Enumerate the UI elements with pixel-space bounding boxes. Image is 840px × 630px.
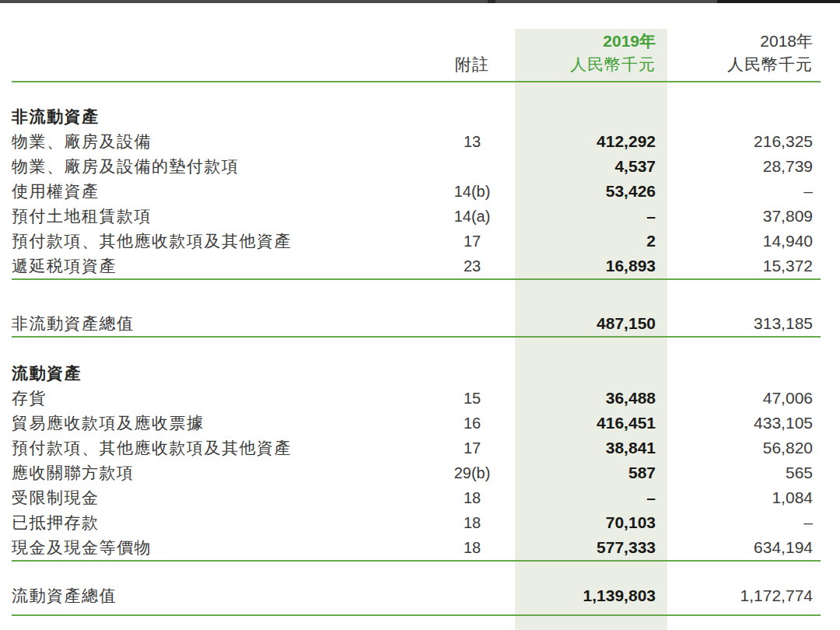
row-value-2019: 38,841 xyxy=(507,436,667,460)
table-row: 使用權資產 14(b) 53,426 – xyxy=(12,179,821,204)
header-2019-column: 2019年 人民幣千元 xyxy=(507,30,667,76)
row-label: 受限制現金 xyxy=(12,485,437,510)
row-value-2018: 433,105 xyxy=(667,411,821,436)
row-value-2019: 4,537 xyxy=(507,154,667,179)
total-value-2019: 487,150 xyxy=(507,311,667,336)
table-row: 應收關聯方款項 29(b) 587 565 xyxy=(12,460,821,485)
total-label: 非流動資產總值 xyxy=(12,311,437,336)
total-label: 流動資產總值 xyxy=(12,583,437,608)
row-value-2019: 412,292 xyxy=(507,129,667,154)
row-value-2019: 416,451 xyxy=(507,411,667,436)
total-value-2018: 1,172,774 xyxy=(667,583,821,608)
row-value-2019: 587 xyxy=(507,460,667,485)
total-rule xyxy=(12,336,821,338)
row-value-2019: – xyxy=(507,204,667,229)
row-value-2018: 1,084 xyxy=(667,485,821,510)
row-note: 18 xyxy=(437,535,507,560)
row-note: 14(a) xyxy=(437,204,507,229)
row-value-2019: 36,488 xyxy=(507,386,667,411)
row-note: 13 xyxy=(437,129,507,154)
row-note: 16 xyxy=(437,411,507,436)
table-row: 預付土地租賃款項 14(a) – 37,809 xyxy=(12,204,821,229)
header-2018-unit: 人民幣千元 xyxy=(667,53,813,76)
row-note: 23 xyxy=(437,254,507,278)
row-value-2018: 56,820 xyxy=(667,436,821,460)
row-label: 貿易應收款項及應收票據 xyxy=(12,411,437,436)
total-rule xyxy=(12,614,821,616)
row-note: 17 xyxy=(437,436,507,460)
row-label: 預付款項、其他應收款項及其他資產 xyxy=(12,229,437,254)
statement-table: 附註 2019年 人民幣千元 2018年 人民幣千元 非流動資產 物業、廠房及設… xyxy=(12,0,821,616)
header-notes: 附註 xyxy=(437,53,507,76)
header-2018-year: 2018年 xyxy=(667,30,813,53)
table-row: 現金及現金等價物 18 577,333 634,194 xyxy=(12,535,821,560)
table-row: 存貨 15 36,488 47,006 xyxy=(12,386,821,411)
row-value-2019: 577,333 xyxy=(507,535,667,560)
header-2018-column: 2018年 人民幣千元 xyxy=(667,30,821,76)
row-note: 14(b) xyxy=(437,179,507,204)
total-value-2019: 1,139,803 xyxy=(507,583,667,608)
row-label: 存貨 xyxy=(12,386,437,411)
row-value-2018: 37,809 xyxy=(667,204,821,229)
section-rule xyxy=(12,560,821,562)
row-note: 18 xyxy=(437,510,507,535)
table-row: 物業、廠房及設備 13 412,292 216,325 xyxy=(12,129,821,154)
row-value-2019: 53,426 xyxy=(507,179,667,204)
row-value-2018: 216,325 xyxy=(667,129,821,154)
header-2019-year: 2019年 xyxy=(507,30,656,53)
row-label: 物業、廠房及設備的墊付款項 xyxy=(12,154,437,179)
row-label: 現金及現金等價物 xyxy=(12,535,437,560)
header-2019-unit: 人民幣千元 xyxy=(507,53,656,76)
row-label: 預付土地租賃款項 xyxy=(12,204,437,229)
table-row: 預付款項、其他應收款項及其他資產 17 2 14,940 xyxy=(12,229,821,254)
section-heading-current-assets: 流動資產 xyxy=(12,361,821,386)
section-heading-non-current-assets: 非流動資產 xyxy=(12,104,821,129)
row-value-2018: 565 xyxy=(667,460,821,485)
table-row: 受限制現金 18 – 1,084 xyxy=(12,485,821,510)
table-row: 已抵押存款 18 70,103 – xyxy=(12,510,821,535)
row-label: 物業、廠房及設備 xyxy=(12,129,437,154)
row-note: 15 xyxy=(437,386,507,411)
row-label: 已抵押存款 xyxy=(12,510,437,535)
row-note: 17 xyxy=(437,229,507,254)
row-value-2019: 16,893 xyxy=(507,254,667,278)
row-value-2018: 47,006 xyxy=(667,386,821,411)
financial-statement-page: 附註 2019年 人民幣千元 2018年 人民幣千元 非流動資產 物業、廠房及設… xyxy=(0,0,840,630)
row-value-2018: 634,194 xyxy=(667,535,821,560)
section-rule xyxy=(12,278,821,280)
row-value-2019: – xyxy=(507,485,667,510)
row-value-2018: 15,372 xyxy=(667,254,821,278)
row-value-2018: 28,739 xyxy=(667,154,821,179)
row-value-2018: – xyxy=(667,510,821,535)
table-header-row: 附註 2019年 人民幣千元 2018年 人民幣千元 xyxy=(12,0,821,81)
table-row: 遞延税項資產 23 16,893 15,372 xyxy=(12,254,821,278)
table-row: 物業、廠房及設備的墊付款項 4,537 28,739 xyxy=(12,154,821,179)
row-label: 使用權資產 xyxy=(12,179,437,204)
total-value-2018: 313,185 xyxy=(667,311,821,336)
table-row: 預付款項、其他應收款項及其他資產 17 38,841 56,820 xyxy=(12,436,821,460)
row-value-2019: 2 xyxy=(507,229,667,254)
row-value-2019: 70,103 xyxy=(507,510,667,535)
row-value-2018: – xyxy=(667,179,821,204)
total-row-non-current-assets: 非流動資產總值 487,150 313,185 xyxy=(12,311,821,336)
row-note: 18 xyxy=(437,485,507,510)
header-rule xyxy=(12,81,821,82)
table-row: 貿易應收款項及應收票據 16 416,451 433,105 xyxy=(12,411,821,436)
total-row-current-assets: 流動資產總值 1,139,803 1,172,774 xyxy=(12,583,821,608)
row-value-2018: 14,940 xyxy=(667,229,821,254)
row-label: 遞延税項資產 xyxy=(12,254,437,278)
row-label: 預付款項、其他應收款項及其他資產 xyxy=(12,436,437,460)
row-note: 29(b) xyxy=(437,460,507,485)
row-label: 應收關聯方款項 xyxy=(12,460,437,485)
